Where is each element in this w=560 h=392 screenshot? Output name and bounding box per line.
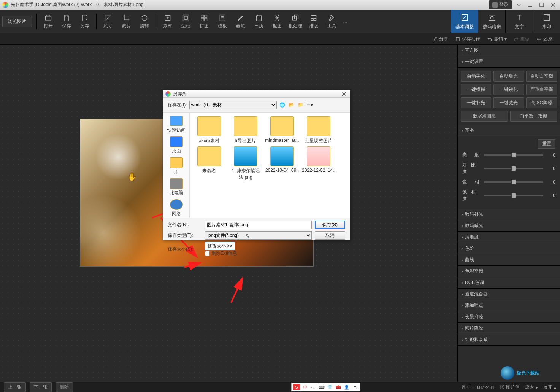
section-5[interactable]: 色彩平衡 [458,266,560,277]
tab-text[interactable]: 文字 [505,10,533,33]
file-item[interactable]: lr导出图片 [228,116,263,144]
undo-button[interactable]: 撤销▾ [487,36,507,42]
tool-tools[interactable]: 工具 [323,10,341,33]
save-action-button[interactable]: 保存动作 [455,36,480,42]
tool-size[interactable]: 尺寸 [99,10,117,33]
place-quick[interactable]: 快速访问 [167,115,186,134]
slider-track[interactable] [484,154,543,156]
section-onekey[interactable]: 一键设置 [458,56,560,68]
ime-menu-icon[interactable]: ≡ [352,384,359,390]
section-2[interactable]: 清晰度 [458,232,560,243]
login-button[interactable]: 登录 [489,0,512,9]
maximize-button[interactable] [537,1,546,9]
tab-basic[interactable]: 基本调整 [451,10,478,33]
dropdown-button[interactable] [514,1,524,9]
ime-skin-icon[interactable]: 👕 [327,384,333,390]
place-pc[interactable]: 此电脑 [170,178,183,197]
tool-rotate[interactable]: 旋转 [135,10,154,33]
share-button[interactable]: 分享 [432,36,448,42]
ime-punct[interactable]: •， [310,384,317,390]
onekey-0[interactable]: 自动美化 [461,71,491,82]
modify-size-button[interactable]: 修改大小 >> [205,242,235,250]
section-histogram[interactable]: 直方图 [458,45,560,56]
place-desktop[interactable]: 桌面 [170,136,183,155]
slider-knob[interactable] [511,166,516,171]
tool-border[interactable]: 边框 [177,10,195,33]
onekey-7[interactable]: 一键减光 [493,97,524,108]
section-10[interactable]: 颗粒降噪 [458,323,560,334]
dialog-save-button[interactable]: 保存(S) [315,221,345,229]
section-6[interactable]: RGB色调 [458,277,560,289]
file-item[interactable]: axure素材 [192,116,226,144]
tool-open[interactable]: 打开 [39,10,57,33]
file-item[interactable]: 2022-10-04_09.. [265,146,299,181]
ime-tool-icon[interactable]: 🧰 [335,384,342,390]
onekey-1[interactable]: 自动曝光 [493,71,524,82]
filetype-select[interactable]: png文件(*.png) [205,231,312,240]
nav-view-icon[interactable]: ☰▾ [306,102,313,108]
nav-up-icon[interactable]: 📂 [288,102,295,108]
section-0[interactable]: 数码补光 [458,209,560,220]
section-3[interactable]: 色阶 [458,243,560,254]
expand-button[interactable]: 展开▴ [543,384,556,390]
ime-kbd-icon[interactable]: ⌨ [318,384,325,390]
section-1[interactable]: 数码减光 [458,220,560,232]
place-libs[interactable]: 库 [170,157,183,176]
section-4[interactable]: 曲线 [458,254,560,266]
reset-button[interactable]: 重置 [538,139,555,149]
tab-watermark[interactable]: 水印 [533,10,560,33]
zoom-original[interactable]: 原大▾ [525,384,538,390]
onekey-3[interactable]: 一键模糊 [461,84,491,95]
ime-bar[interactable]: S 中 •， ⌨ 👕 🧰 👤 ≡ [291,383,360,391]
tool-calendar[interactable]: 日历 [250,10,268,33]
restore-button[interactable]: 还原 [536,36,552,42]
onekey-2[interactable]: 自动白平衡 [526,71,557,82]
minimize-button[interactable] [526,1,535,9]
nav-back-icon[interactable]: 🌐 [279,102,286,108]
tool-save[interactable]: 保存 [57,10,76,33]
ime-lang[interactable]: 中 [301,384,308,390]
tool-batch[interactable]: 批处理 [286,10,305,33]
tool-layout[interactable]: 排版 [305,10,323,33]
place-net[interactable]: 网络 [170,198,183,218]
file-list[interactable]: axure素材lr导出图片mindmaster_au..批量调整图片未命名1. … [190,113,350,218]
slider-track[interactable] [484,168,543,169]
browse-button[interactable]: 浏览图片 [2,16,32,27]
section-11[interactable]: 红饱和衰减 [458,334,560,346]
ime-user-icon[interactable]: 👤 [343,384,350,390]
toolbar-overflow[interactable]: … [341,10,349,33]
section-9[interactable]: 夜景抑噪 [458,311,560,323]
slider-knob[interactable] [511,179,516,185]
file-item[interactable]: 2022-12-02_14.. [301,146,336,181]
tool-cutout[interactable]: 抠图 [268,10,286,33]
tool-crop[interactable]: 裁剪 [117,10,135,33]
tool-saveas[interactable]: 另存 [76,10,94,33]
onekey-10[interactable]: 白平衡一指键 [510,111,557,122]
tab-darkroom[interactable]: 数码暗房 [478,10,505,33]
file-item[interactable]: 未命名 [192,146,226,181]
tool-material[interactable]: 素材 [159,10,177,33]
delete-button[interactable]: 删除 [56,382,73,392]
delete-exif-checkbox[interactable]: 删除Exif信息 [205,250,312,257]
slider-track[interactable] [484,195,543,196]
tool-collage[interactable]: 拼图 [195,10,213,33]
slider-knob[interactable] [511,193,516,198]
nav-newfolder-icon[interactable]: 📁 [297,102,304,108]
onekey-4[interactable]: 一键锐化 [493,84,524,95]
savein-select[interactable]: work（0）素材 [189,101,277,109]
filename-input[interactable] [205,221,312,229]
section-basic[interactable]: 基本 [458,125,560,136]
tool-template[interactable]: 模板 [213,10,232,33]
onekey-6[interactable]: 一键补光 [461,97,491,108]
section-7[interactable]: 通道混合器 [458,289,560,300]
onekey-8[interactable]: 高ISO降噪 [526,97,557,108]
close-button[interactable] [549,1,558,9]
section-8[interactable]: 添加噪点 [458,300,560,311]
image-info-button[interactable]: ⓘ图片信 [500,384,520,390]
onekey-9[interactable]: 数字点测光 [461,111,508,122]
file-item[interactable]: 批量调整图片 [301,116,336,144]
onekey-5[interactable]: 严重白平衡 [526,84,557,95]
tool-brush[interactable]: 画笔 [232,10,250,33]
file-item[interactable]: 1. 康奈尔笔记法.png [228,146,263,181]
dialog-cancel-button[interactable]: 取消 [315,231,345,240]
